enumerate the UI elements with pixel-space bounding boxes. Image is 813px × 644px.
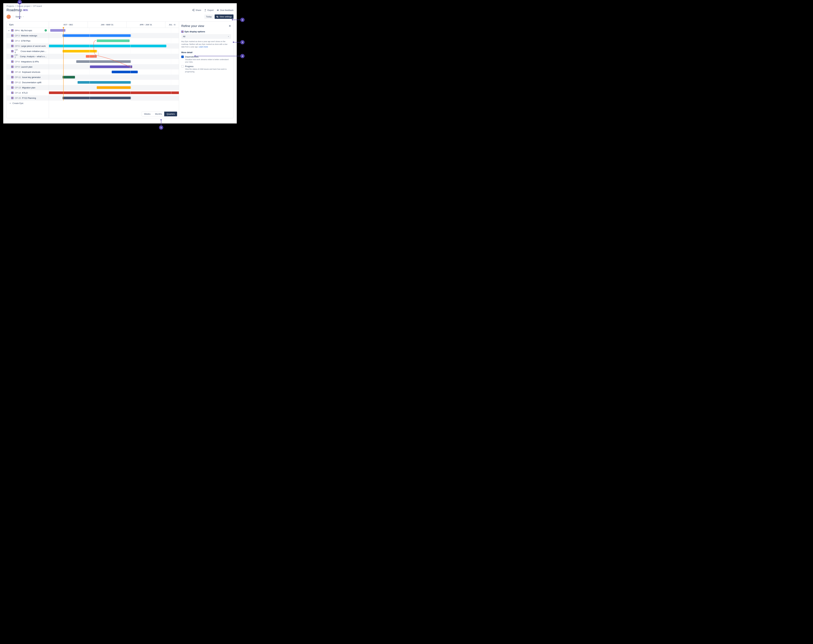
epic-display-select[interactable]: All: [181, 34, 231, 39]
epic-bar[interactable]: [78, 81, 131, 84]
close-icon[interactable]: ✕: [229, 24, 231, 28]
epic-bar[interactable]: [63, 50, 97, 52]
epic-row[interactable]: ⚡CP-7Comp. Analysis – what's out the...: [7, 54, 49, 59]
epic-row[interactable]: ⚡CP-6Cross-team initiative planning: [7, 49, 49, 54]
epic-bar[interactable]: [63, 97, 131, 99]
epic-row[interactable]: ⚡CP-3Website redesign: [7, 33, 49, 38]
epic-bar[interactable]: 🔗: [97, 40, 130, 42]
epic-bar[interactable]: [97, 86, 131, 89]
export-button[interactable]: Export: [204, 9, 214, 11]
export-icon: [204, 9, 207, 11]
epic-type-icon: ⚡: [11, 66, 14, 68]
zoom-toggle: Weeks Months Quarters: [142, 112, 177, 116]
svg-point-2: [194, 11, 194, 11]
epic-row[interactable]: ⚡CP-10Keyboard shortcuts: [7, 69, 49, 75]
crumb-projects[interactable]: Projects: [6, 5, 14, 7]
progress-desc: View the status of child issues and trac…: [185, 68, 231, 73]
chevron-down-icon: [23, 16, 24, 18]
done-icon: ✓: [44, 29, 47, 32]
epic-name: KTLO: [22, 92, 28, 94]
timeline-column-header: JUL – S: [166, 21, 179, 28]
epic-bar[interactable]: [49, 45, 166, 47]
epic-key: CP-9: [15, 66, 20, 68]
epic-name: Launch plan: [21, 66, 32, 68]
epic-type-icon: ⚡: [11, 50, 14, 52]
zoom-months[interactable]: Months: [153, 112, 164, 116]
epic-row[interactable]: ⚡CP-15FY22 Planning: [7, 95, 49, 101]
epic-bar[interactable]: 🔗: [86, 55, 97, 58]
epic-row[interactable]: ⚡CP-14KTLO: [7, 90, 49, 95]
epic-bar[interactable]: 🔗: [90, 66, 132, 68]
epic-key: CP-3: [15, 34, 20, 37]
dependencies-desc: Visualize how work streams relate to bet…: [185, 58, 231, 63]
epic-row[interactable]: ⚡CP-8Integrations & APIs: [7, 59, 49, 64]
feedback-button[interactable]: Give feedback: [216, 9, 233, 11]
avatar[interactable]: [6, 15, 11, 19]
dependencies-checkbox[interactable]: ✓: [181, 55, 184, 58]
epic-display-label: Epic display options: [184, 31, 205, 33]
crumb-board[interactable]: CP board: [33, 5, 42, 7]
epic-key: CP-11: [15, 76, 21, 78]
share-icon: [192, 9, 195, 11]
timeline-row: [49, 28, 179, 33]
epic-type-icon: ⚡: [11, 81, 14, 84]
timeline-row: [49, 85, 179, 90]
more-detail-label: More detail: [181, 51, 231, 54]
progress-checkbox[interactable]: [181, 65, 184, 67]
timeline-row: [49, 33, 179, 38]
callout-4: 4: [240, 54, 245, 58]
svg-point-1: [192, 10, 193, 11]
epic-name: Migration plan: [22, 86, 35, 89]
epic-row[interactable]: ▸⚡CP-1My first epic✓: [7, 28, 49, 33]
epic-key: CP-8: [15, 60, 20, 63]
epic-bar[interactable]: [76, 60, 131, 63]
timeline-column-header: OCT – DEC: [49, 21, 88, 28]
epic-type-icon: ⚡: [11, 60, 14, 63]
timeline-row: [49, 95, 179, 101]
epic-row[interactable]: ⚡CP-12Documentation uplift: [7, 80, 49, 85]
epic-key: CP-4: [15, 40, 20, 42]
epic-key: CP-10: [15, 71, 21, 73]
help-text: Any Epic marked as done a year ago won't…: [181, 40, 231, 48]
epic-name: Website redesign: [21, 34, 37, 37]
zoom-quarters[interactable]: Quarters: [164, 112, 177, 116]
epic-icon: ⚡: [181, 31, 184, 33]
timeline-column-header: APR – JUN '21: [126, 21, 166, 28]
callout-2: 2: [240, 18, 245, 22]
timeline-row: 🔗: [49, 54, 179, 59]
timeline-row: [49, 69, 179, 75]
epic-bar[interactable]: [63, 76, 75, 78]
epic-type-icon: ⚡: [11, 86, 14, 89]
epic-type-icon: ⚡: [11, 97, 14, 99]
timeline-row: [49, 90, 179, 95]
timeline-row: [49, 80, 179, 85]
epic-row[interactable]: ⚡CP-11Issue key generator: [7, 75, 49, 80]
epic-key: CP-13: [15, 86, 21, 89]
expand-icon[interactable]: ▸: [9, 29, 10, 31]
epic-name: Cross-team initiative planning: [21, 50, 47, 52]
refine-panel: Refine your view ✕ ⚡ Epic display option…: [179, 21, 233, 118]
epic-bar[interactable]: [112, 71, 138, 73]
epic-type-icon: ⚡: [11, 34, 14, 37]
crumb-classic[interactable]: Classic project: [17, 5, 31, 7]
share-button[interactable]: Share: [192, 9, 201, 11]
epic-name: Comp. Analysis – what's out the...: [20, 55, 47, 58]
today-button[interactable]: Today: [204, 14, 213, 19]
view-settings-button[interactable]: View settings: [215, 14, 233, 19]
epic-type-icon: ⚡: [11, 92, 14, 94]
epic-name: Issue key generator: [22, 76, 41, 78]
epic-name: Integrations & APIs: [21, 60, 39, 63]
epic-name: Documentation uplift: [22, 81, 41, 84]
epic-row[interactable]: ⚡CP-9Launch plan: [7, 64, 49, 69]
zoom-weeks[interactable]: Weeks: [142, 112, 153, 116]
epic-bar[interactable]: [49, 92, 179, 94]
epic-row[interactable]: ⚡CP-13Migration plan: [7, 85, 49, 90]
link-icon: 🔗: [127, 40, 129, 42]
epic-row[interactable]: ⚡CP-5Large piece of secret work: [7, 43, 49, 49]
epic-row[interactable]: ⚡CP-4GTM Plan: [7, 38, 49, 43]
learn-more-link[interactable]: Learn more: [199, 46, 208, 48]
epic-bar[interactable]: [50, 29, 65, 32]
epic-bar[interactable]: [63, 34, 131, 37]
create-epic-button[interactable]: + Create Epic: [7, 101, 49, 106]
gear-icon: [216, 15, 219, 18]
